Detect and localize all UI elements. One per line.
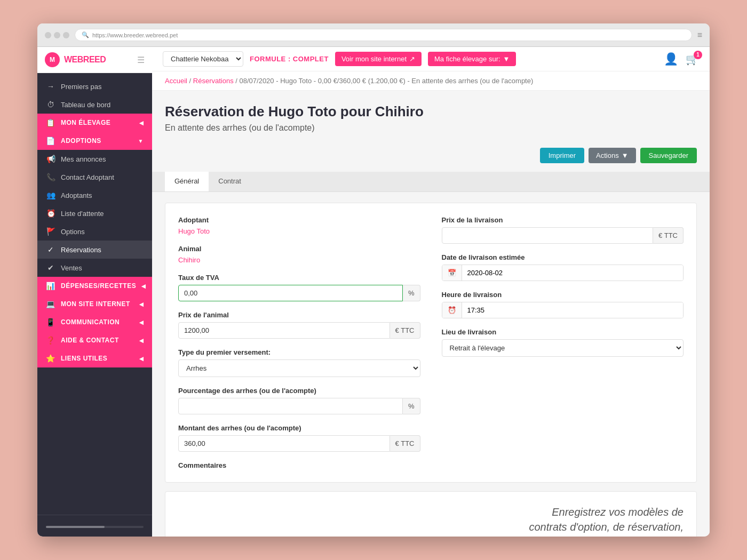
sidebar-item-depenses-recettes[interactable]: 📊 DÉPENSES/RECETTES ◀: [37, 277, 152, 295]
sidebar-item-label: COMMUNICATION: [61, 318, 120, 326]
pourcentage-input[interactable]: [178, 398, 403, 414]
pourcentage-suffix: %: [403, 398, 420, 414]
sidebar-item-mon-elevage[interactable]: 📋 MON ÉLEVAGE ◀: [37, 114, 152, 132]
montant-label: Montant des arrhes (ou de l'acompte): [178, 424, 420, 432]
action-buttons: Imprimer Actions ▼ Sauvegarder: [152, 148, 710, 172]
form-group-montant: Montant des arrhes (ou de l'acompte) € T…: [178, 424, 420, 452]
prix-animal-label: Prix de l'animal: [178, 311, 420, 319]
people-icon: 👥: [46, 191, 55, 199]
sidebar-scrollbar: [46, 526, 144, 528]
dot-yellow[interactable]: [54, 32, 60, 38]
sidebar-item-tableau-de-bord[interactable]: ⏱ Tableau de bord: [37, 95, 152, 114]
breadcrumb-sep-1: /: [189, 77, 193, 85]
sidebar-item-adoptions[interactable]: 📄 ADOPTIONS ▼: [37, 132, 152, 150]
browser-window: 🔍 https://www.breeder.webreed.pet ≡ M WE…: [37, 23, 710, 537]
montant-suffix: € TTC: [390, 435, 420, 452]
prix-livraison-label: Prix de la livraison: [442, 216, 684, 224]
type-versement-select[interactable]: Arrhes Acompte Aucun: [178, 359, 420, 377]
clock-livraison-icon: ⏰: [442, 302, 462, 318]
sidebar-header: M WEBREED ☰: [37, 47, 152, 73]
calendar-icon: 📅: [442, 265, 462, 281]
clock-icon: ⏱: [46, 100, 55, 109]
adoptant-link[interactable]: Hugo Toto: [178, 227, 420, 235]
type-versement-label: Type du premier versement:: [178, 348, 420, 356]
prix-livraison-input[interactable]: [442, 227, 654, 244]
breadcrumb: Accueil / Réservations / 08/07/2020 - Hu…: [152, 71, 710, 91]
fiche-button[interactable]: Ma fiche élevage sur: ▼: [428, 52, 516, 66]
sidebar-item-reservations[interactable]: ✓ Réservations: [37, 241, 152, 259]
date-livraison-label: Date de livraison estimée: [442, 253, 684, 261]
main-content: Chatterie Nekobaa FORMULE : COMPLET Voir…: [152, 47, 710, 537]
sidebar-item-mes-annonces[interactable]: 📢 Mes annonces: [37, 150, 152, 168]
dot-red[interactable]: [45, 32, 51, 38]
breadcrumb-accueil[interactable]: Accueil: [165, 77, 187, 85]
sidebar-item-premiers-pas[interactable]: → Premiers pas: [37, 77, 152, 95]
commentaires-label: Commentaires: [178, 461, 420, 469]
tab-general[interactable]: Général: [165, 172, 209, 191]
breadcrumb-sep-2: /: [235, 77, 239, 85]
sidebar: M WEBREED ☰ → Premiers pas ⏱ Tableau de …: [37, 47, 152, 537]
search-icon: 🔍: [82, 31, 89, 38]
browser-menu-icon[interactable]: ≡: [697, 30, 702, 40]
form-card: Adoptant Hugo Toto Animal Chihiro Taux d…: [165, 203, 697, 483]
breadcrumb-reservations[interactable]: Réservations: [193, 77, 234, 85]
imprimer-button[interactable]: Imprimer: [540, 148, 584, 163]
sidebar-item-liens-utiles[interactable]: ⭐ LIENS UTILES ◀: [37, 349, 152, 367]
form-group-date-livraison: Date de livraison estimée 📅: [442, 253, 684, 281]
sidebar-item-liste-attente[interactable]: ⏰ Liste d'attente: [37, 204, 152, 222]
sidebar-nav: → Premiers pas ⏱ Tableau de bord 📋 MON É…: [37, 73, 152, 515]
pourcentage-input-group: %: [178, 398, 420, 414]
sidebar-item-label: Options: [61, 228, 85, 236]
sidebar-item-label: Tableau de bord: [61, 101, 110, 109]
sidebar-item-ventes[interactable]: ✔ Ventes: [37, 259, 152, 277]
dot-green[interactable]: [63, 32, 69, 38]
form-group-lieu-livraison: Lieu de livraison Retrait à l'élevage Li…: [442, 328, 684, 357]
chevron-left-icon-3: ◀: [139, 301, 144, 307]
sidebar-item-adoptants[interactable]: 👥 Adoptants: [37, 186, 152, 204]
sidebar-item-label: MON SITE INTERNET: [61, 300, 130, 308]
sidebar-item-options[interactable]: 🚩 Options: [37, 222, 152, 241]
pourcentage-label: Pourcentage des arrhes (ou de l'acompte): [178, 387, 420, 395]
address-bar[interactable]: 🔍 https://www.breeder.webreed.pet: [75, 29, 692, 41]
logo-icon: M: [45, 52, 60, 67]
franchise-select[interactable]: Chatterie Nekobaa: [163, 51, 243, 67]
sidebar-item-mon-site-internet[interactable]: 💻 MON SITE INTERNET ◀: [37, 295, 152, 313]
prix-animal-input[interactable]: [178, 322, 390, 339]
sidebar-item-label: LIENS UTILES: [61, 355, 107, 362]
sidebar-item-label: Liste d'attente: [61, 210, 104, 218]
sidebar-item-label: Adoptants: [61, 191, 92, 199]
heure-livraison-input[interactable]: [462, 302, 684, 318]
animal-link[interactable]: Chihiro: [178, 256, 420, 264]
megaphone-icon: 📢: [46, 155, 55, 163]
montant-input-group: € TTC: [178, 435, 420, 452]
sidebar-bottom: [37, 515, 152, 537]
external-link-icon: ↗: [409, 55, 415, 63]
prix-animal-input-group: € TTC: [178, 322, 420, 339]
app-container: M WEBREED ☰ → Premiers pas ⏱ Tableau de …: [37, 47, 710, 537]
phone-icon: 📞: [46, 173, 55, 181]
date-livraison-input[interactable]: [462, 265, 684, 281]
actions-button[interactable]: Actions ▼: [589, 148, 636, 163]
breadcrumb-current: 08/07/2020 - Hugo Toto - 0,00 €/360,00 €…: [240, 77, 534, 85]
date-livraison-input-group: 📅: [442, 265, 684, 281]
sidebar-item-label: Mes annonces: [61, 155, 106, 163]
lieu-livraison-select[interactable]: Retrait à l'élevage Livraison à domicile…: [442, 339, 684, 357]
see-site-button[interactable]: Voir mon site internet ↗: [335, 52, 422, 66]
sauvegarder-button[interactable]: Sauvegarder: [640, 148, 697, 163]
montant-input[interactable]: [178, 435, 390, 452]
hamburger-icon[interactable]: ☰: [137, 55, 145, 65]
flag-icon: 🚩: [46, 227, 55, 236]
prix-livraison-suffix: € TTC: [653, 227, 684, 244]
tab-contrat[interactable]: Contrat: [209, 172, 251, 191]
form-group-type-versement: Type du premier versement: Arrhes Acompt…: [178, 348, 420, 377]
notification-badge[interactable]: 🛒 1: [686, 53, 699, 66]
sidebar-item-communication[interactable]: 📱 COMMUNICATION ◀: [37, 313, 152, 331]
taux-tva-input[interactable]: [178, 285, 403, 301]
sidebar-item-aide-contact[interactable]: ❓ AIDE & CONTACT ◀: [37, 331, 152, 349]
browser-chrome: 🔍 https://www.breeder.webreed.pet ≡: [37, 23, 710, 47]
fiche-label: Ma fiche élevage sur:: [434, 55, 500, 63]
sidebar-item-label: Ventes: [61, 264, 82, 272]
page-subtitle: En attente des arrhes (ou de l'acompte): [165, 123, 697, 133]
sidebar-item-contact-adoptant[interactable]: 📞 Contact Adoptant: [37, 168, 152, 186]
user-icon[interactable]: 👤: [664, 52, 678, 66]
